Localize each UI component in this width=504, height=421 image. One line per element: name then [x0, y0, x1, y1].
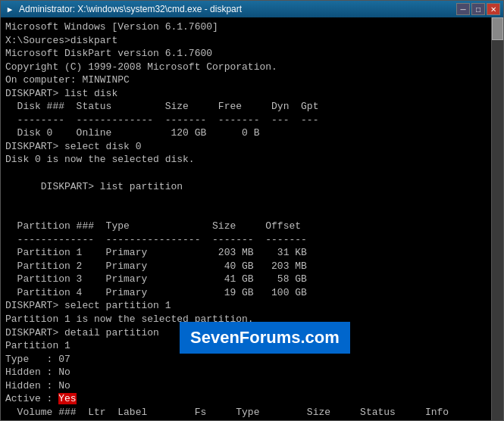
- minimize-button[interactable]: ─: [456, 3, 470, 15]
- console-line: On computer: MINWINPC: [5, 73, 499, 87]
- console-line: Partition 2 Primary 40 GB 203 MB: [5, 260, 499, 273]
- console-area: Microsoft Windows [Version 6.1.7600] X:\…: [1, 17, 503, 420]
- console-line: ------------- ---------------- ------- -…: [5, 233, 499, 247]
- active-yes-badge: Yes: [58, 393, 76, 404]
- window-icon: ▶: [4, 3, 16, 15]
- console-line: Disk 0 is now the selected disk.: [5, 153, 499, 167]
- title-bar-buttons: ─ □ ✕: [456, 3, 500, 15]
- console-line: ---------- --- ----------- ----- -------…: [5, 419, 499, 420]
- scrollbar[interactable]: [491, 17, 503, 420]
- console-line: DISKPART> select partition 1: [5, 299, 499, 313]
- console-line: Partition 4 Primary 19 GB 100 GB: [5, 286, 499, 300]
- console-line: Type : 07: [5, 353, 499, 366]
- console-line: Copyright (C) 1999-2008 Microsoft Corpor…: [5, 61, 499, 74]
- console-line: Hidden : No: [5, 366, 499, 379]
- title-bar: ▶ Administrator: X:\windows\system32\cmd…: [1, 1, 503, 17]
- maximize-button[interactable]: □: [471, 3, 485, 15]
- active-line: Hidden : No: [5, 379, 499, 393]
- console-line: X:\Sources>diskpart: [5, 34, 499, 48]
- title-bar-text: Administrator: X:\windows\system32\cmd.e…: [19, 4, 456, 14]
- console-line: Microsoft DiskPart version 6.1.7600: [5, 47, 499, 61]
- console-line: Disk 0 Online 120 GB 0 B: [5, 126, 499, 140]
- console-line: DISKPART> list disk: [5, 87, 499, 101]
- active-yes-line: Active : Yes: [5, 392, 499, 406]
- cmd-window: ▶ Administrator: X:\windows\system32\cmd…: [0, 0, 504, 421]
- console-line: Microsoft Windows [Version 6.1.7600]: [5, 20, 499, 34]
- console-line: Partition 3 Primary 41 GB 58 GB: [5, 273, 499, 286]
- console-line: DISKPART> select disk 0: [5, 140, 499, 154]
- list-partition-line: DISKPART> list partition SevenForums.com: [5, 167, 499, 220]
- close-button[interactable]: ✕: [487, 3, 500, 15]
- console-line: Partition 1 Primary 203 MB 31 KB: [5, 246, 499, 260]
- console-line: Disk ### Status Size Free Dyn Gpt: [5, 100, 499, 114]
- console-line: Volume ### Ltr Label Fs Type Size Status…: [5, 406, 499, 419]
- scrollbar-thumb[interactable]: [492, 17, 503, 40]
- watermark: SevenForums.com: [180, 322, 350, 354]
- console-line: -------- ------------- ------- ------- -…: [5, 114, 499, 127]
- console-line: Partition ### Type Size Offset: [5, 220, 499, 233]
